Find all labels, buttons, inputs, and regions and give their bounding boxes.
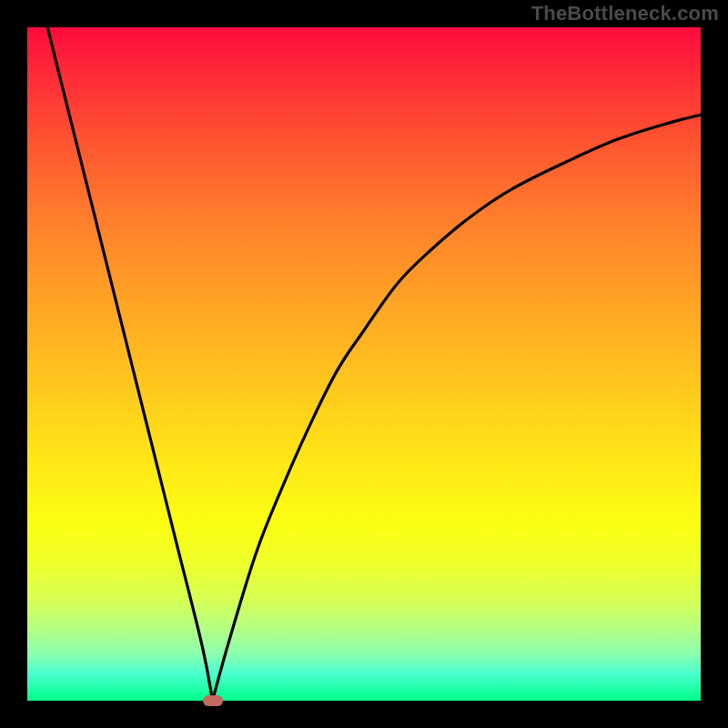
curve-left-branch — [47, 27, 212, 701]
minimum-marker — [203, 695, 223, 706]
curve-svg — [27, 27, 701, 701]
curve-right-branch — [213, 115, 702, 701]
chart-frame: TheBottleneck.com — [0, 0, 728, 728]
plot-area — [27, 27, 701, 701]
watermark-text: TheBottleneck.com — [531, 2, 719, 25]
